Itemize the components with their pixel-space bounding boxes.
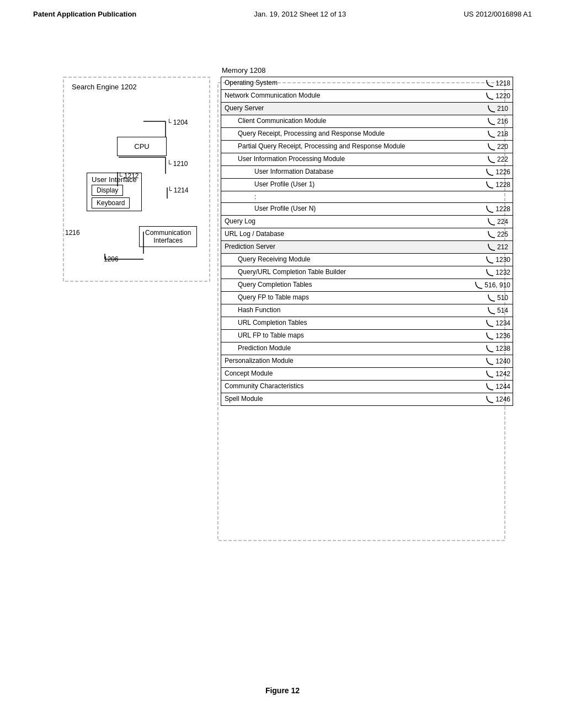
display-box: Display (92, 185, 123, 196)
row-text: Query Completion Tables (221, 279, 472, 291)
row-ref: 225 (485, 228, 513, 240)
table-row: Query Receiving Module1230 (221, 254, 513, 266)
row-text: : (221, 191, 485, 202)
keyboard-box: Keyboard (92, 197, 130, 208)
comm-label-2: Interfaces (153, 237, 183, 244)
table-row: User Profile (User N)1228 (221, 203, 513, 216)
row-text: URL FP to Table maps (221, 330, 483, 342)
row-text: Operating System (221, 77, 483, 89)
figure-label: Figure 12 (265, 686, 300, 695)
sheet-info: Jan. 19, 2012 Sheet 12 of 13 (254, 10, 346, 18)
row-ref: 218 (485, 128, 513, 140)
row-text: User Information Database (221, 166, 483, 178)
ref-1212: └ 1212 (118, 172, 139, 180)
row-text: Prediction Module (221, 342, 483, 355)
table-row: Spell Module1246 (221, 393, 513, 405)
row-text: Network Communication Module (221, 90, 483, 102)
table-row: URL FP to Table maps1236 (221, 330, 513, 342)
row-ref: 1242 (483, 368, 513, 380)
table-row: Query FP to Table maps510 (221, 292, 513, 304)
table-row: Prediction Module1238 (221, 342, 513, 355)
row-text: Hash Function (221, 304, 485, 317)
table-row: Operating System1218 (221, 77, 513, 90)
row-ref: 1238 (483, 342, 513, 355)
main-table: Operating System1218Network Communicatio… (221, 77, 513, 406)
row-ref: 1244 (483, 381, 513, 393)
row-text: Query Log (221, 216, 485, 228)
table-row: Query Receipt, Processing and Response M… (221, 128, 513, 141)
table-row: User Profile (User 1)1228 (221, 179, 513, 191)
table-row: : (221, 191, 513, 203)
row-ref: 514 (485, 304, 513, 317)
row-ref: 210 (485, 103, 513, 115)
row-text: Query Receipt, Processing and Response M… (221, 128, 485, 140)
ref-1216: 1216 (65, 229, 80, 237)
row-text: User Profile (User N) (221, 203, 483, 215)
table-row: Personalization Module1240 (221, 355, 513, 368)
cpu-box: CPU (117, 137, 167, 156)
table-row: Query Completion Tables516, 910 (221, 279, 513, 292)
row-text: User Profile (User 1) (221, 179, 483, 191)
patent-number: US 2012/0016898 A1 (463, 10, 532, 18)
table-row: Concept Module1242 (221, 368, 513, 381)
row-text: User Information Processing Module (221, 153, 485, 165)
table-row: User Information Processing Module222 (221, 153, 513, 166)
table-row: Prediction Server212 (221, 241, 513, 254)
row-text: Client Communication Module (221, 115, 485, 127)
memory-label: Memory 1208 (222, 66, 513, 74)
row-ref: 216 (485, 115, 513, 127)
row-text: Concept Module (221, 368, 483, 380)
comm-label-1: Communication (145, 229, 191, 237)
row-text: Query Receiving Module (221, 254, 483, 266)
comm-interfaces-box: Communication Interfaces (139, 226, 197, 247)
row-text: URL Log / Database (221, 228, 485, 240)
cpu-label: CPU (134, 142, 149, 151)
row-ref: 1226 (483, 166, 513, 178)
row-text: Partial Query Receipt, Processing and Re… (221, 141, 485, 153)
row-ref: 510 (485, 292, 513, 304)
table-row: Query Log224 (221, 216, 513, 228)
row-ref: 212 (485, 241, 513, 253)
row-ref: 1236 (483, 330, 513, 342)
table-row: Query/URL Completion Table Builder1232 (221, 266, 513, 279)
row-ref: 1246 (483, 393, 513, 405)
table-row: Client Communication Module216 (221, 115, 513, 128)
table-row: Hash Function514 (221, 304, 513, 317)
table-row: URL Completion Tables1234 (221, 317, 513, 330)
table-row: Community Characteristics1244 (221, 381, 513, 393)
ref-1206: 1206 (104, 255, 119, 263)
row-ref: 1230 (483, 254, 513, 266)
row-text: Query FP to Table maps (221, 292, 485, 304)
row-text: Community Characteristics (221, 381, 483, 393)
table-row: Partial Query Receipt, Processing and Re… (221, 141, 513, 153)
row-ref (485, 191, 513, 202)
row-ref: 222 (485, 153, 513, 165)
row-ref: 1234 (483, 317, 513, 329)
pub-label: Patent Application Publication (33, 10, 136, 18)
table-row: Query Server210 (221, 103, 513, 115)
row-ref: 1218 (483, 77, 513, 89)
table-row: Network Communication Module1220 (221, 90, 513, 103)
row-text: Query Server (221, 103, 485, 115)
row-ref: 220 (485, 141, 513, 153)
row-ref: 1220 (483, 90, 513, 102)
row-ref: 1232 (483, 266, 513, 279)
row-text: URL Completion Tables (221, 317, 483, 329)
row-text: Prediction Server (221, 241, 485, 253)
row-ref: 1228 (483, 179, 513, 191)
row-ref: 1240 (483, 355, 513, 367)
memory-section: Memory 1208 Operating System1218Network … (221, 66, 513, 406)
table-row: URL Log / Database225 (221, 228, 513, 241)
row-ref: 516, 910 (472, 279, 513, 291)
row-text: Spell Module (221, 393, 483, 405)
row-ref: 224 (485, 216, 513, 228)
ref-1214: └ 1214 (167, 186, 189, 194)
row-text: Query/URL Completion Table Builder (221, 266, 483, 279)
table-row: User Information Database1226 (221, 166, 513, 179)
row-ref: 1228 (483, 203, 513, 215)
ref-1204: └ 1204 (167, 119, 188, 126)
search-engine-label: Search Engine 1202 (72, 83, 137, 91)
ref-1210: └ 1210 (167, 160, 188, 168)
row-text: Personalization Module (221, 355, 483, 367)
